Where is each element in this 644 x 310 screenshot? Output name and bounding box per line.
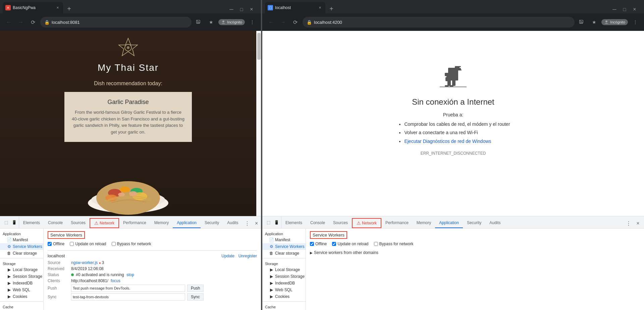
left-dt-inspect-btn[interactable]: ⬚	[3, 219, 9, 226]
left-dt-clear[interactable]: 🗑Clear storage	[0, 250, 43, 257]
left-sw-offline-checkbox[interactable]	[48, 242, 52, 246]
left-scrollbar[interactable]	[256, 31, 261, 216]
left-dt-manifest[interactable]: 📄Manifest	[0, 237, 43, 243]
right-new-tab-btn[interactable]: +	[327, 4, 336, 13]
right-url-bar[interactable]: 🔒 localhost:4200	[303, 17, 575, 28]
right-dt-tab-security[interactable]: Security	[463, 218, 485, 228]
left-new-tab-btn[interactable]: +	[64, 4, 74, 13]
right-sw-offline-check[interactable]: Offline	[310, 242, 327, 246]
left-back-btn[interactable]: ←	[4, 17, 13, 27]
left-dt-tab-memory[interactable]: Memory	[150, 218, 173, 228]
right-back-btn[interactable]: ←	[266, 17, 276, 27]
right-dt-websql[interactable]: ▶Web SQL	[262, 287, 306, 293]
left-sw-push-btn[interactable]: Push	[187, 285, 204, 292]
left-cast-btn[interactable]	[194, 17, 204, 27]
right-dt-clear[interactable]: 🗑Clear storage	[262, 250, 306, 257]
right-close-btn[interactable]: ×	[631, 5, 639, 13]
left-dt-cookies[interactable]: ▶Cookies	[0, 293, 43, 300]
left-sw-bypass-check[interactable]: Bypass for network	[112, 242, 151, 246]
svg-point-16	[605, 20, 607, 22]
right-sw-update-check[interactable]: Update on reload	[332, 242, 368, 246]
right-active-tab[interactable]: ⬚ localhost ×	[265, 2, 325, 13]
right-dt-manifest[interactable]: 📄Manifest	[262, 237, 306, 243]
right-tab-close[interactable]: ×	[317, 5, 323, 10]
left-bookmark-btn[interactable]: ★	[206, 17, 216, 27]
right-sw-offline-checkbox[interactable]	[310, 242, 314, 246]
right-dt-session-storage[interactable]: ▶Session Storage	[262, 273, 306, 280]
right-bookmark-btn[interactable]: ★	[589, 17, 599, 27]
right-maximize-btn[interactable]: □	[621, 5, 629, 13]
left-sw-sync-input[interactable]	[71, 293, 185, 301]
left-sw-offline-check[interactable]: Offline	[48, 242, 64, 246]
left-dt-tab-elements[interactable]: Elements	[19, 218, 44, 228]
left-dt-tab-security[interactable]: Security	[201, 218, 223, 228]
left-sw-sync-btn[interactable]: Sync	[187, 293, 204, 301]
right-menu-btn[interactable]: ⋮	[631, 17, 640, 27]
left-dt-device-btn[interactable]: 📱	[11, 219, 17, 226]
left-dt-tab-performance[interactable]: Performance	[119, 218, 150, 228]
left-dt-close-btn[interactable]: ×	[252, 219, 261, 228]
right-dt-tab-memory[interactable]: Memory	[413, 218, 435, 228]
right-dt-more-btn[interactable]: ⋮	[624, 219, 633, 228]
left-url-bar[interactable]: 🔒 localhost:8081	[40, 17, 192, 28]
right-minimize-btn[interactable]: ─	[610, 5, 619, 13]
left-sw-status-value: #0 activated and is running stop	[71, 272, 134, 277]
left-dt-tab-application[interactable]: Application	[173, 218, 201, 228]
right-dt-tab-sources[interactable]: Sources	[329, 218, 352, 228]
left-sw-stop-link[interactable]: stop	[126, 272, 134, 277]
maximize-btn[interactable]: □	[237, 5, 246, 13]
right-dt-close-btn[interactable]: ×	[633, 219, 643, 228]
left-sw-focus-link[interactable]: focus	[111, 278, 120, 283]
left-dt-tab-audits[interactable]: Audits	[223, 218, 242, 228]
close-btn[interactable]: ×	[248, 5, 256, 13]
left-sw-received-value: 8/4/2019 12:06:08	[71, 266, 104, 271]
right-dt-tab-console[interactable]: Console	[306, 218, 329, 228]
minimize-btn[interactable]: ─	[227, 5, 235, 13]
right-cast-btn[interactable]	[577, 17, 587, 27]
left-sw-update-checkbox[interactable]	[70, 242, 74, 246]
right-sw-bypass-check[interactable]: Bypass for network	[374, 242, 414, 246]
right-reload-btn[interactable]: ⟳	[290, 17, 300, 27]
left-sw-update-check[interactable]: Update on reload	[70, 242, 106, 246]
right-ss-icon: ▶	[269, 274, 274, 279]
left-reload-btn[interactable]: ⟳	[28, 17, 38, 27]
right-dt-sw[interactable]: ⚙Service Workers	[262, 243, 306, 250]
right-forward-btn[interactable]: →	[278, 17, 288, 27]
right-dt-tab-performance[interactable]: Performance	[381, 218, 413, 228]
left-sw-bypass-checkbox[interactable]	[112, 242, 116, 246]
left-active-tab[interactable]: A BasicNgPwa ×	[3, 2, 63, 13]
left-tab-close[interactable]: ×	[55, 5, 60, 10]
left-forward-btn[interactable]: →	[16, 17, 25, 27]
left-sw-unregister-link[interactable]: Unregister	[238, 254, 257, 258]
right-dt-device-btn[interactable]: 📱	[273, 219, 280, 226]
left-sw-source-link[interactable]: ngsw-worker.js	[71, 260, 98, 265]
left-dt-more-btn[interactable]: ⋮	[243, 219, 252, 228]
left-dt-sw[interactable]: ⚙Service Workers	[0, 243, 43, 250]
svg-rect-26	[449, 85, 453, 87]
right-dt-tab-elements[interactable]: Elements	[281, 218, 306, 228]
offline-link[interactable]: Ejecutar Diagnósticos de red de Windows	[404, 139, 491, 144]
right-dt-cookies[interactable]: ▶Cookies	[262, 293, 306, 300]
right-sw-update-checkbox[interactable]	[332, 242, 336, 246]
right-sw-bypass-checkbox[interactable]	[374, 242, 378, 246]
left-dt-tab-network[interactable]: ⚠ Network	[90, 218, 119, 228]
svg-point-14	[118, 193, 125, 197]
right-dt-tab-application[interactable]: Application	[435, 218, 463, 228]
left-menu-btn[interactable]: ⋮	[248, 17, 257, 27]
left-scrollbar-thumb[interactable]	[257, 33, 261, 60]
left-dt-local-storage[interactable]: ▶Local Storage	[0, 266, 43, 273]
right-sw-other-domains[interactable]: ▶ Service workers from other domains	[310, 250, 640, 255]
right-dt-local-storage[interactable]: ▶Local Storage	[262, 266, 306, 273]
right-dt-inspect-btn[interactable]: ⬚	[265, 219, 272, 226]
right-dt-indexeddb[interactable]: ▶IndexedDB	[262, 280, 306, 287]
left-sw-update-link[interactable]: Update	[221, 254, 234, 258]
ss-icon: ▶	[7, 274, 11, 279]
right-dt-tab-audits[interactable]: Audits	[485, 218, 504, 228]
right-dt-tab-network[interactable]: ⚠ Network	[352, 218, 381, 228]
left-dt-indexeddb[interactable]: ▶IndexedDB	[0, 280, 43, 287]
left-dt-tab-sources[interactable]: Sources	[67, 218, 90, 228]
left-dt-websql[interactable]: ▶Web SQL	[0, 287, 43, 293]
left-dt-tab-console[interactable]: Console	[44, 218, 67, 228]
left-dt-session-storage[interactable]: ▶Session Storage	[0, 273, 43, 280]
left-sw-push-input[interactable]	[71, 285, 185, 292]
